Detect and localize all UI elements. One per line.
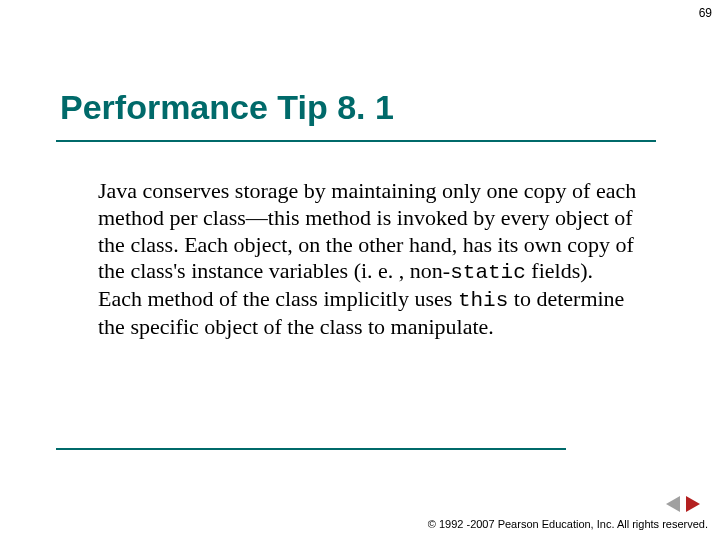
- prev-arrow-icon[interactable]: [666, 496, 680, 512]
- copyright-text: © 1992 -2007 Pearson Education, Inc. All…: [428, 518, 708, 530]
- code-this: this: [458, 289, 508, 312]
- divider-top: [56, 140, 656, 142]
- code-static: static: [450, 261, 526, 284]
- slide-heading: Performance Tip 8. 1: [60, 88, 394, 127]
- body-paragraph: Java conserves storage by maintaining on…: [98, 178, 638, 341]
- nav-arrows: [666, 496, 700, 512]
- next-arrow-icon[interactable]: [686, 496, 700, 512]
- divider-bottom: [56, 448, 566, 450]
- page-number: 69: [699, 6, 712, 20]
